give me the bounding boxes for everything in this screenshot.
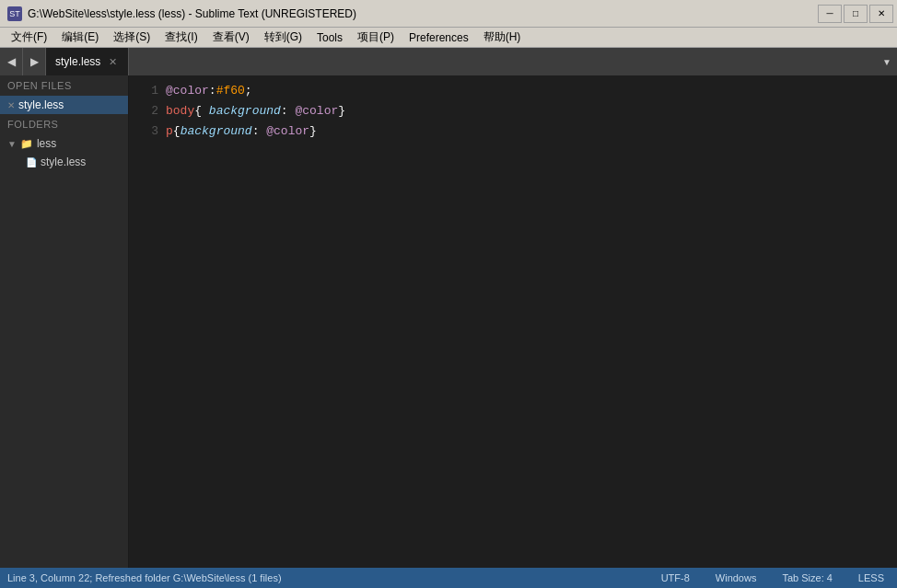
semi-1: ; (245, 84, 252, 98)
window-controls: ─ □ ✕ (818, 5, 893, 23)
title-bar: ST G:\WebSite\less\style.less (less) - S… (0, 0, 897, 28)
prop-background-3: background (181, 124, 252, 138)
minimize-button[interactable]: ─ (818, 5, 842, 23)
close-button[interactable]: ✕ (869, 5, 893, 23)
tab-close-button[interactable]: ✕ (106, 55, 119, 68)
tab-style-less[interactable]: style.less ✕ (46, 48, 129, 75)
status-syntax[interactable]: LESS (853, 572, 890, 583)
colon-1: : (209, 84, 216, 98)
status-tab-size[interactable]: Tab Size: 4 (776, 572, 837, 583)
menu-view[interactable]: 查看(V) (205, 28, 257, 47)
tab-label: style.less (55, 55, 100, 68)
code-line-2: body{ background: @color} (166, 101, 897, 121)
brace-close-2: } (338, 104, 345, 118)
sidebar-file-style-less[interactable]: 📄 style.less (0, 153, 128, 171)
status-bar: Line 3, Column 22; Refreshed folder G:\W… (0, 568, 897, 588)
prop-background-2: background (209, 104, 281, 118)
status-right: UTF-8 Windows Tab Size: 4 LESS (656, 572, 890, 583)
open-file-name: style.less (18, 98, 64, 111)
menu-preferences[interactable]: Preferences (402, 28, 476, 47)
tab-dropdown-button[interactable]: ▼ (877, 48, 897, 75)
tab-nav-left-button[interactable]: ◀ (0, 48, 23, 75)
menu-project[interactable]: 项目(P) (350, 28, 402, 47)
line-number-1: 1 (129, 81, 158, 101)
file-icon: 📄 (26, 157, 37, 167)
colon-2: : (281, 104, 288, 118)
menu-file[interactable]: 文件(F) (4, 28, 54, 47)
tab-bar: ◀ ▶ style.less ✕ ▼ (0, 48, 897, 75)
folder-name: less (37, 137, 56, 150)
status-left: Line 3, Column 22; Refreshed folder G:\W… (7, 572, 656, 583)
menu-tools[interactable]: Tools (309, 28, 350, 47)
folders-label: FOLDERS (0, 114, 128, 134)
main-layout: OPEN FILES ✕ style.less FOLDERS ▼ 📁 less… (0, 75, 897, 568)
restore-button[interactable]: □ (844, 5, 868, 23)
at-var-3: @color (266, 124, 309, 138)
status-encoding[interactable]: UTF-8 (656, 572, 695, 583)
code-container: 1 2 3 @color:#f60; body{ background: @co… (129, 75, 897, 568)
status-line-endings[interactable]: Windows (710, 572, 763, 583)
menu-select[interactable]: 选择(S) (106, 28, 157, 47)
file-name: style.less (41, 156, 86, 168)
menu-bar: 文件(F) 编辑(E) 选择(S) 查找(I) 查看(V) 转到(G) Tool… (0, 28, 897, 48)
at-var-2: @color (295, 104, 338, 118)
sidebar: OPEN FILES ✕ style.less FOLDERS ▼ 📁 less… (0, 75, 129, 568)
title-text: G:\WebSite\less\style.less (less) - Subl… (28, 7, 356, 20)
code-line-3: p{background: @color} (166, 121, 897, 142)
code-line-1: @color:#f60; (166, 81, 897, 101)
menu-find[interactable]: 查找(I) (157, 28, 204, 47)
hex-val-1: #f60 (216, 84, 245, 98)
menu-help[interactable]: 帮助(H) (476, 28, 529, 47)
menu-goto[interactable]: 转到(G) (257, 28, 309, 47)
brace-open-3: { (173, 124, 181, 138)
code-content[interactable]: @color:#f60; body{ background: @color} p… (166, 79, 897, 564)
folder-less[interactable]: ▼ 📁 less (0, 134, 128, 153)
sidebar-open-file-style-less[interactable]: ✕ style.less (0, 96, 128, 114)
editor-area: 1 2 3 @color:#f60; body{ background: @co… (129, 75, 897, 568)
title-bar-left: ST G:\WebSite\less\style.less (less) - S… (7, 6, 356, 21)
folder-icon: 📁 (20, 138, 33, 150)
line-number-2: 2 (129, 101, 158, 121)
tab-nav-right-button[interactable]: ▶ (23, 48, 46, 75)
brace-open-2: { (194, 104, 209, 118)
tag-body: body (166, 104, 194, 118)
expand-icon: ▼ (7, 139, 17, 149)
at-var-1: @color (166, 84, 209, 98)
file-icon: ✕ (7, 100, 15, 110)
app-icon: ST (7, 6, 22, 21)
tag-p: p (166, 124, 173, 138)
open-files-label: OPEN FILES (0, 75, 128, 96)
menu-edit[interactable]: 编辑(E) (54, 28, 106, 47)
brace-close-3: } (309, 124, 317, 138)
line-numbers: 1 2 3 (129, 79, 166, 564)
line-number-3: 3 (129, 121, 158, 142)
